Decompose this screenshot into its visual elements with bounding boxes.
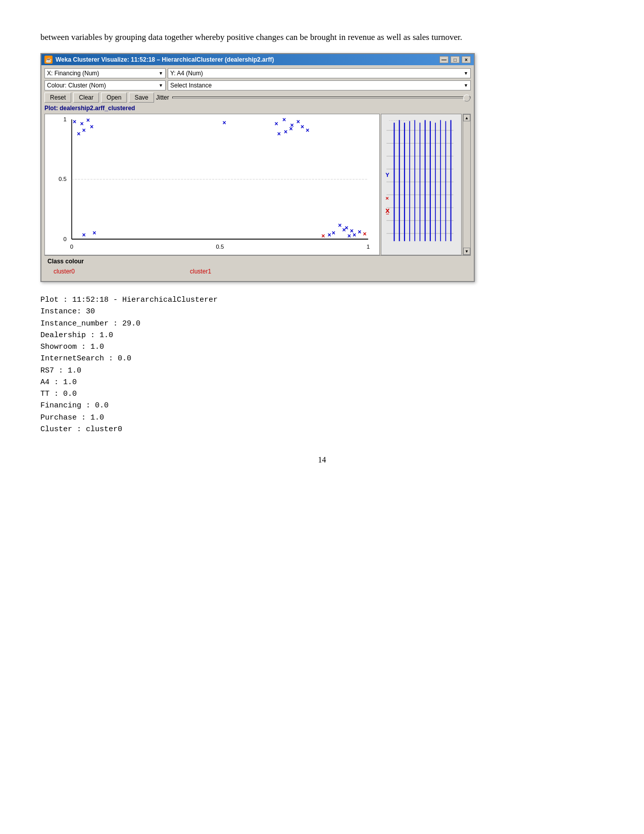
class-colour-row: cluster0 cluster1 xyxy=(47,267,468,276)
instance-select[interactable]: Select Instance ▼ xyxy=(168,80,471,90)
axis-row-1: X: Financing (Num) ▼ Y: A4 (Num) ▼ xyxy=(44,68,471,78)
minimize-button[interactable]: — xyxy=(439,56,449,63)
titlebar-controls: — □ × xyxy=(439,56,471,63)
weka-title: Weka Clusterer Visualize: 11:52:18 – Hie… xyxy=(56,56,274,63)
svg-text:×: × xyxy=(77,130,80,137)
reset-button[interactable]: Reset xyxy=(44,92,71,103)
plot-title: Plot: dealership2.arff_clustered xyxy=(44,105,471,112)
main-plot[interactable]: 1 0.5 0 0 0.5 1 × × × × × × xyxy=(44,114,380,255)
svg-text:· · · · · · · · · · · · · · ·: · · · · · · · · · · · · · · · xyxy=(389,118,414,122)
x-axis-select[interactable]: X: Financing (Num) ▼ xyxy=(44,68,166,78)
svg-text:1: 1 xyxy=(367,244,370,250)
plot-scrollbar[interactable]: ▲ ▼ xyxy=(463,114,471,255)
code-line-5: Showroom : 1.0 xyxy=(40,341,604,353)
code-output: Plot : 11:52:18 - HierarchicalClusterer … xyxy=(40,294,604,435)
scroll-up-arrow[interactable]: ▲ xyxy=(463,114,470,121)
svg-text:×: × xyxy=(92,229,96,237)
svg-text:×: × xyxy=(332,229,335,237)
svg-text:×: × xyxy=(321,233,325,240)
class-colour-title: Class colour xyxy=(47,258,468,265)
svg-text:0: 0 xyxy=(63,236,66,242)
code-line-9: TT : 0.0 xyxy=(40,388,604,400)
weka-window: ☕ Weka Clusterer Visualize: 11:52:18 – H… xyxy=(40,53,475,282)
svg-text:×: × xyxy=(80,120,83,127)
svg-text:×: × xyxy=(353,231,356,239)
svg-text:×: × xyxy=(363,230,367,238)
svg-text:Y: Y xyxy=(385,172,389,178)
y-axis-arrow: ▼ xyxy=(464,71,468,76)
scroll-down-arrow[interactable]: ▼ xyxy=(463,248,470,255)
svg-text:×: × xyxy=(345,224,349,231)
jitter-slider[interactable] xyxy=(172,97,471,99)
plot-svg: 1 0.5 0 0 0.5 1 × × × × × × xyxy=(45,114,379,255)
axis-row-2: Colour: Cluster (Nom) ▼ Select Instance … xyxy=(44,80,471,90)
colour-arrow: ▼ xyxy=(159,83,163,88)
code-line-10: Financing : 0.0 xyxy=(40,400,604,411)
instance-arrow: ▼ xyxy=(464,83,468,88)
intro-paragraph: between variables by grouping data toget… xyxy=(40,30,571,44)
close-button[interactable]: × xyxy=(462,56,471,63)
svg-text:×: × xyxy=(82,231,86,239)
y-axis-select[interactable]: Y: A4 (Num) ▼ xyxy=(168,68,471,78)
page-number: 14 xyxy=(40,455,604,465)
code-line-6: InternetSearch : 0.0 xyxy=(40,353,604,364)
sidebar-svg: · · · · · · · · · · · · · · · Y × X̲ xyxy=(381,114,461,255)
svg-text:1: 1 xyxy=(63,117,66,123)
svg-text:×: × xyxy=(385,195,389,201)
code-line-1: Plot : 11:52:18 - HierarchicalClusterer xyxy=(40,294,604,306)
weka-body: X: Financing (Num) ▼ Y: A4 (Num) ▼ Colou… xyxy=(41,65,474,281)
svg-text:×: × xyxy=(284,128,287,135)
svg-text:×: × xyxy=(289,125,292,132)
code-line-8: A4 : 1.0 xyxy=(40,377,604,388)
svg-text:0.5: 0.5 xyxy=(59,176,67,182)
svg-text:×: × xyxy=(348,233,351,240)
titlebar-left: ☕ Weka Clusterer Visualize: 11:52:18 – H… xyxy=(44,56,274,64)
code-line-3: Instance_number : 29.0 xyxy=(40,318,604,330)
code-line-11: Purchase : 1.0 xyxy=(40,412,604,424)
open-button[interactable]: Open xyxy=(101,92,127,103)
jitter-control: Jitter xyxy=(156,94,471,101)
code-line-4: Dealership : 1.0 xyxy=(40,330,604,341)
svg-text:×: × xyxy=(275,120,278,127)
svg-text:×: × xyxy=(358,228,361,236)
maximize-button[interactable]: □ xyxy=(451,56,460,63)
svg-text:×: × xyxy=(306,127,309,134)
svg-text:×: × xyxy=(90,123,93,130)
cluster1-label[interactable]: cluster1 xyxy=(184,267,217,276)
svg-text:×: × xyxy=(328,231,331,239)
code-line-12: Cluster : cluster0 xyxy=(40,424,604,435)
cluster0-label[interactable]: cluster0 xyxy=(47,267,81,276)
svg-text:×: × xyxy=(277,130,281,137)
svg-text:×: × xyxy=(301,123,304,130)
svg-text:0.5: 0.5 xyxy=(216,244,224,250)
svg-text:×: × xyxy=(296,118,300,125)
svg-text:×: × xyxy=(86,117,90,124)
scroll-track[interactable] xyxy=(463,121,470,248)
jitter-thumb[interactable] xyxy=(463,95,470,102)
class-colour-section: Class colour cluster0 cluster1 xyxy=(44,255,471,278)
svg-text:×: × xyxy=(223,119,226,126)
code-line-2: Instance: 30 xyxy=(40,306,604,317)
colour-select[interactable]: Colour: Cluster (Nom) ▼ xyxy=(44,80,166,90)
code-line-7: RS7 : 1.0 xyxy=(40,365,604,377)
x-axis-arrow: ▼ xyxy=(159,71,163,76)
svg-text:×: × xyxy=(282,117,286,124)
svg-text:X̲: X̲ xyxy=(385,208,390,214)
svg-text:0: 0 xyxy=(70,244,73,250)
svg-text:×: × xyxy=(82,127,86,134)
sidebar-plot: · · · · · · · · · · · · · · · Y × X̲ xyxy=(381,114,462,255)
button-row: Reset Clear Open Save Jitter xyxy=(44,92,471,103)
svg-text:×: × xyxy=(73,118,76,125)
svg-rect-38 xyxy=(381,115,461,254)
weka-icon: ☕ xyxy=(44,56,53,64)
plot-area: 1 0.5 0 0 0.5 1 × × × × × × xyxy=(44,114,471,255)
svg-text:×: × xyxy=(338,222,341,229)
clear-button[interactable]: Clear xyxy=(73,92,99,103)
jitter-label: Jitter xyxy=(156,94,169,101)
save-button[interactable]: Save xyxy=(129,92,154,103)
weka-titlebar: ☕ Weka Clusterer Visualize: 11:52:18 – H… xyxy=(41,54,474,65)
